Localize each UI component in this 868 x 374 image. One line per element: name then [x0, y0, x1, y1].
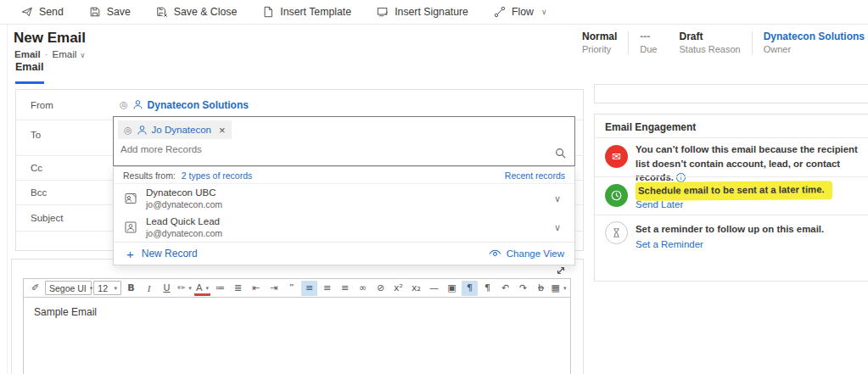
insert-template-icon	[262, 6, 274, 18]
send-button[interactable]: Send	[8, 0, 76, 24]
chevron-down-icon: ▾	[188, 285, 192, 292]
email-body-section: ✐Segoe UI▾12▾BIU✏▾A▾≔≣⇤⇥”≡≡≡∞⊘x²x₂—▣¶¶↶↷…	[11, 259, 584, 374]
lookup-result-item[interactable]: Dynatecon UBC jo@dynatecon.com ∨	[114, 184, 574, 213]
redo-button[interactable]: ↷	[515, 281, 531, 296]
from-value[interactable]: ◎ Dynatecon Solutions	[120, 99, 249, 111]
stat-due: --- Due	[629, 31, 668, 54]
format-painter-button[interactable]: ✐	[27, 281, 43, 296]
email-engagement-title: Email Engagement	[605, 121, 696, 133]
remove-recipient-icon[interactable]: ×	[219, 125, 226, 136]
form-selector[interactable]: Email	[53, 49, 77, 59]
editor-toolbar: ✐Segoe UI▾12▾BIU✏▾A▾≔≣⇤⇥”≡≡≡∞⊘x²x₂—▣¶¶↶↷…	[23, 278, 571, 298]
align-center-button[interactable]: ≡	[319, 281, 335, 296]
set-reminder-link[interactable]: Set a Reminder	[636, 239, 703, 249]
indent-button[interactable]: ⇥	[266, 281, 282, 296]
outdent-button[interactable]: ⇤	[248, 281, 264, 296]
reminder-hourglass-icon	[605, 221, 628, 244]
insert-template-button[interactable]: Insert Template	[249, 0, 364, 24]
chevron-down-icon: ▾	[206, 285, 210, 292]
lookup-result-item[interactable]: Lead Quick Lead jo@dynatecon.com ∨	[114, 213, 574, 242]
search-icon[interactable]	[555, 148, 566, 159]
chevron-down-icon: ▾	[563, 285, 567, 292]
new-record-button[interactable]: + New Record	[126, 247, 198, 261]
stat-priority: Normal Priority	[571, 31, 628, 54]
chevron-down-icon: ▾	[114, 285, 117, 292]
underline-button[interactable]: U	[159, 281, 175, 296]
highlight-color-button[interactable]: ✏▾	[176, 281, 193, 296]
lookup-results-dropdown: Results from: 2 types of records Recent …	[113, 166, 575, 265]
tab-bar: Email	[15, 61, 44, 84]
font-color-button[interactable]: A▾	[194, 281, 210, 296]
rtl-button[interactable]: ¶	[479, 281, 496, 296]
insert-signature-button[interactable]: Insert Signature	[364, 0, 481, 24]
change-view-button[interactable]: Change View	[489, 248, 564, 259]
font-name-select[interactable]: Segoe UI▾	[45, 281, 92, 295]
chevron-down-icon[interactable]: ∨	[80, 51, 85, 59]
follow-blocked-icon: ✉	[605, 145, 628, 168]
page-title: New Email	[14, 30, 86, 47]
insert-table-button[interactable]: ▦▾	[551, 281, 567, 296]
unlink-button[interactable]: ⊘	[372, 281, 389, 296]
expand-editor-icon[interactable]	[556, 265, 566, 276]
insert-image-button[interactable]: ▣	[444, 281, 460, 296]
flow-button[interactable]: Flow ∨	[481, 0, 560, 24]
to-label: To	[31, 130, 41, 140]
cc-label: Cc	[31, 163, 42, 173]
active-tab-indicator	[15, 81, 44, 84]
ltr-button[interactable]: ¶	[462, 281, 478, 296]
insert-signature-icon	[377, 6, 389, 18]
remove-format-button[interactable]: b	[533, 281, 549, 296]
superscript-button[interactable]: x²	[390, 281, 406, 296]
undo-button[interactable]: ↶	[497, 281, 513, 296]
link-button[interactable]: ∞	[355, 281, 371, 296]
email-body-text: Sample Email	[24, 298, 570, 327]
divider	[595, 137, 868, 138]
chevron-down-icon[interactable]: ∨	[554, 193, 564, 204]
breadcrumb: Email·Email∨	[14, 49, 86, 59]
recent-records-link[interactable]: Recent records	[505, 170, 565, 181]
stat-status-reason: Draft Status Reason	[669, 31, 752, 54]
font-size-select[interactable]: 12▾	[93, 281, 121, 295]
follow-blocked-text: You can’t follow this email because the …	[636, 142, 860, 185]
blockquote-button[interactable]: ”	[283, 281, 300, 296]
recipient-chip-name[interactable]: Jo Dynatecon	[152, 125, 211, 135]
record-name: Dynatecon UBC	[146, 187, 554, 198]
from-label: From	[31, 100, 53, 110]
schedule-text: Schedule email to be sent at a later tim…	[636, 181, 860, 200]
bullet-list-button[interactable]: ≔	[212, 281, 228, 296]
to-search-input[interactable]	[120, 144, 536, 154]
header-stats: Normal Priority --- Due Draft Status Rea…	[571, 31, 868, 55]
recipient-chip[interactable]: ◎ Jo Dynatecon ×	[118, 120, 232, 139]
horizontal-rule-button[interactable]: —	[426, 281, 442, 296]
italic-button[interactable]: I	[141, 281, 157, 296]
contact-card-icon	[124, 192, 137, 205]
bcc-label: Bcc	[31, 187, 47, 198]
save-icon	[89, 6, 101, 18]
divider	[595, 176, 868, 177]
numbered-list-button[interactable]: ≣	[230, 281, 246, 296]
owner-link[interactable]: Dynatecon Solutions	[764, 31, 865, 42]
record-name: Lead Quick Lead	[146, 215, 554, 227]
save-button[interactable]: Save	[76, 0, 143, 24]
align-right-button[interactable]: ≡	[337, 281, 353, 296]
bold-button[interactable]: B	[123, 281, 139, 296]
align-left-button[interactable]: ≡	[301, 281, 317, 296]
highlighted-text: Schedule email to be sent at a later tim…	[636, 181, 832, 200]
to-recipient-combobox[interactable]: ◎ Jo Dynatecon ×	[113, 116, 575, 166]
save-close-button[interactable]: Save & Close	[143, 0, 250, 24]
subscript-button[interactable]: x₂	[408, 281, 424, 296]
lookup-results-header: Results from: 2 types of records Recent …	[114, 167, 574, 184]
reminder-text: Set a reminder to follow up on this emai…	[636, 222, 860, 237]
record-types-link[interactable]: 2 types of records	[182, 170, 252, 181]
email-body-editor[interactable]: Sample Email	[23, 298, 571, 374]
lookup-footer: + New Record Change View	[114, 242, 574, 265]
eye-icon	[489, 249, 501, 259]
content-edge-divider	[7, 25, 8, 374]
chevron-down-icon[interactable]: ∨	[554, 222, 564, 233]
chevron-down-icon: ∨	[541, 8, 547, 16]
email-engagement-panel: Email Engagement ✉ You can’t follow this…	[594, 114, 868, 282]
record-status-icon: ◎	[120, 100, 128, 109]
record-email: jo@dynatecon.com	[146, 228, 554, 239]
send-later-link[interactable]: Send Later	[636, 199, 683, 209]
tab-email[interactable]: Email	[15, 61, 43, 78]
